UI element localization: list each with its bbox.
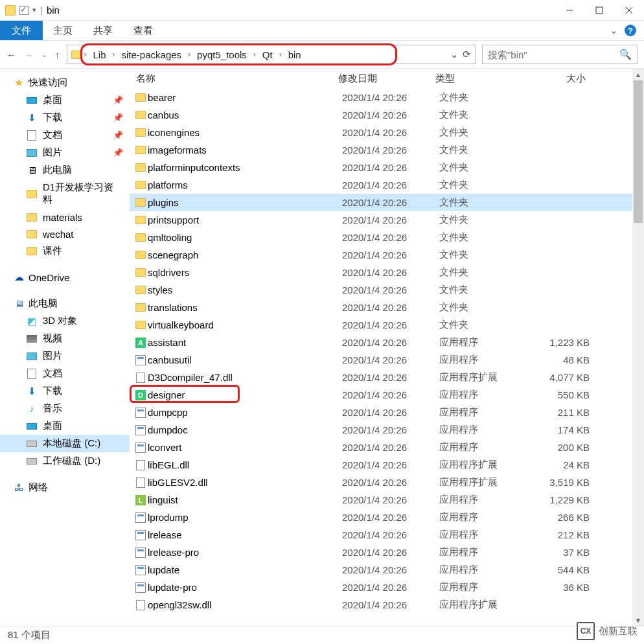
sidebar-item[interactable]: 课件 xyxy=(0,242,130,260)
addr-dropdown[interactable]: ⌄ xyxy=(450,49,459,60)
chevron-right-icon[interactable]: › xyxy=(188,50,190,59)
minimize-button[interactable] xyxy=(555,0,584,21)
file-row[interactable]: printsupport2020/1/4 20:26文件夹 xyxy=(130,211,632,229)
search-box[interactable]: 🔍 xyxy=(482,45,638,64)
address-bar[interactable]: ›Lib›site-packages›pyqt5_tools›Qt›bin ⌄ … xyxy=(67,45,476,64)
sidebar-item[interactable]: ♪音乐 xyxy=(0,400,130,417)
file-row[interactable]: lrelease2020/1/4 20:26应用程序212 KB xyxy=(130,526,632,544)
search-input[interactable] xyxy=(488,49,619,60)
file-row[interactable]: styles2020/1/4 20:26文件夹 xyxy=(130,281,632,299)
close-button[interactable] xyxy=(614,0,644,21)
file-row[interactable]: lupdate2020/1/4 20:26应用程序544 KB xyxy=(130,561,632,579)
sidebar-item[interactable]: wechat xyxy=(0,225,130,242)
breadcrumb-item[interactable]: site-packages xyxy=(118,48,186,62)
file-row[interactable]: qmltooling2020/1/4 20:26文件夹 xyxy=(130,229,632,246)
star-icon: ★ xyxy=(13,77,25,89)
file-row[interactable]: opengl32sw.dll2020/1/4 20:26应用程序扩展 xyxy=(130,596,632,614)
maximize-button[interactable] xyxy=(584,0,614,21)
breadcrumb-item[interactable]: pyqt5_tools xyxy=(193,48,251,62)
tab-view[interactable]: 查看 xyxy=(123,22,163,40)
tab-home[interactable]: 主页 xyxy=(43,22,83,40)
sidebar-onedrive[interactable]: ☁OneDrive xyxy=(0,269,130,286)
sidebar-item[interactable]: 视频 xyxy=(0,330,130,347)
sidebar-item[interactable]: ⬇下载📌 xyxy=(0,109,130,126)
file-row[interactable]: scenegraph2020/1/4 20:26文件夹 xyxy=(130,246,632,264)
chevron-right-icon[interactable]: › xyxy=(84,50,87,59)
file-icon xyxy=(133,547,148,558)
chevron-right-icon[interactable]: › xyxy=(253,50,256,59)
file-row[interactable]: lprodump2020/1/4 20:26应用程序266 KB xyxy=(130,509,632,526)
dl-icon: ⬇ xyxy=(26,385,38,397)
file-row[interactable]: virtualkeyboard2020/1/4 20:26文件夹 xyxy=(130,316,632,334)
sidebar-item[interactable]: 本地磁盘 (C:) xyxy=(0,435,130,452)
ribbon-collapse[interactable]: ⌄ xyxy=(610,25,618,36)
col-size[interactable]: 大小 xyxy=(534,73,592,85)
file-row[interactable]: sqldrivers2020/1/4 20:26文件夹 xyxy=(130,264,632,281)
file-row[interactable]: lrelease-pro2020/1/4 20:26应用程序37 KB xyxy=(130,544,632,561)
qat-dropdown[interactable]: ▾ xyxy=(32,6,36,14)
column-headers[interactable]: 名称 修改日期 类型 大小 xyxy=(130,69,632,89)
file-row[interactable]: dumpcpp2020/1/4 20:26应用程序211 KB xyxy=(130,404,632,421)
tab-share[interactable]: 共享 xyxy=(83,22,123,40)
qat-checkbox-icon[interactable] xyxy=(19,6,29,15)
sidebar-item[interactable]: 文档 xyxy=(0,365,130,382)
scroll-thumb[interactable] xyxy=(634,80,643,223)
file-row[interactable]: translations2020/1/4 20:26文件夹 xyxy=(130,299,632,316)
breadcrumb-item[interactable]: Lib xyxy=(89,48,110,62)
scrollbar[interactable]: ▲ ▼ xyxy=(632,69,644,626)
nav-up[interactable]: ↑ xyxy=(55,49,60,60)
nav-recent[interactable]: ⌄ xyxy=(41,51,47,59)
file-row[interactable]: Ddesigner2020/1/4 20:26应用程序550 KB xyxy=(130,386,632,404)
file-row[interactable]: canbusutil2020/1/4 20:26应用程序48 KB xyxy=(130,351,632,369)
file-row[interactable]: libEGL.dll2020/1/4 20:26应用程序扩展24 KB xyxy=(130,456,632,474)
file-row[interactable]: libGLESV2.dll2020/1/4 20:26应用程序扩展3,519 K… xyxy=(130,474,632,491)
file-row[interactable]: plugins2020/1/4 20:26文件夹 xyxy=(130,194,632,211)
file-row[interactable]: dumpdoc2020/1/4 20:26应用程序174 KB xyxy=(130,421,632,439)
pin-icon: 📌 xyxy=(113,130,123,140)
sidebar-item[interactable]: 桌面📌 xyxy=(0,91,130,109)
file-icon xyxy=(133,443,148,453)
help-icon[interactable]: ? xyxy=(625,25,636,36)
file-row[interactable]: platforminputcontexts2020/1/4 20:26文件夹 xyxy=(130,159,632,176)
scroll-up[interactable]: ▲ xyxy=(632,69,644,80)
breadcrumb-item[interactable]: Qt xyxy=(259,48,277,62)
sidebar-item[interactable]: 桌面 xyxy=(0,417,130,435)
file-row[interactable]: lconvert2020/1/4 20:26应用程序200 KB xyxy=(130,439,632,456)
file-row[interactable]: iconengines2020/1/4 20:26文件夹 xyxy=(130,124,632,141)
col-type[interactable]: 类型 xyxy=(435,73,534,85)
breadcrumb-item[interactable]: bin xyxy=(284,48,305,62)
sidebar-item[interactable]: ⬇下载 xyxy=(0,382,130,400)
file-row[interactable]: Aassistant2020/1/4 20:26应用程序1,223 KB xyxy=(130,334,632,351)
col-name[interactable]: 名称 xyxy=(130,73,338,85)
sidebar-item[interactable]: 🖥此电脑 xyxy=(0,161,130,179)
sidebar-item[interactable]: D1开发板学习资料 xyxy=(0,179,130,209)
file-row[interactable]: D3Dcompiler_47.dll2020/1/4 20:26应用程序扩展4,… xyxy=(130,369,632,386)
sidebar-item[interactable]: ◩3D 对象 xyxy=(0,312,130,330)
nav-forward[interactable]: → xyxy=(24,49,34,60)
file-row[interactable]: Llinguist2020/1/4 20:26应用程序1,229 KB xyxy=(130,491,632,509)
file-row[interactable]: imageformats2020/1/4 20:26文件夹 xyxy=(130,141,632,159)
file-row[interactable]: canbus2020/1/4 20:26文件夹 xyxy=(130,106,632,124)
tab-file[interactable]: 文件 xyxy=(0,21,43,40)
file-icon xyxy=(133,216,148,224)
window-title: bin xyxy=(47,5,60,16)
sidebar-item[interactable]: 工作磁盘 (D:) xyxy=(0,452,130,470)
nav-back[interactable]: ← xyxy=(6,49,16,60)
chevron-right-icon[interactable]: › xyxy=(113,50,115,59)
file-row[interactable]: bearer2020/1/4 20:26文件夹 xyxy=(130,89,632,106)
col-date[interactable]: 修改日期 xyxy=(338,73,435,85)
sidebar-network[interactable]: 🖧网络 xyxy=(0,479,130,496)
search-icon[interactable]: 🔍 xyxy=(619,49,632,60)
sidebar-item[interactable]: materials xyxy=(0,209,130,225)
file-row[interactable]: platforms2020/1/4 20:26文件夹 xyxy=(130,176,632,194)
onedrive-icon: ☁ xyxy=(13,271,25,283)
sidebar-item[interactable]: 图片 xyxy=(0,347,130,365)
sidebar-quick-access[interactable]: ★快速访问 xyxy=(0,74,130,91)
file-row[interactable]: lupdate-pro2020/1/4 20:26应用程序36 KB xyxy=(130,579,632,596)
sidebar-item[interactable]: 图片📌 xyxy=(0,144,130,161)
refresh-icon[interactable]: ⟳ xyxy=(463,49,471,60)
file-icon xyxy=(133,530,148,540)
sidebar-item[interactable]: 文档📌 xyxy=(0,126,130,144)
sidebar-thispc[interactable]: 🖥此电脑 xyxy=(0,295,130,312)
chevron-right-icon[interactable]: › xyxy=(279,50,282,59)
